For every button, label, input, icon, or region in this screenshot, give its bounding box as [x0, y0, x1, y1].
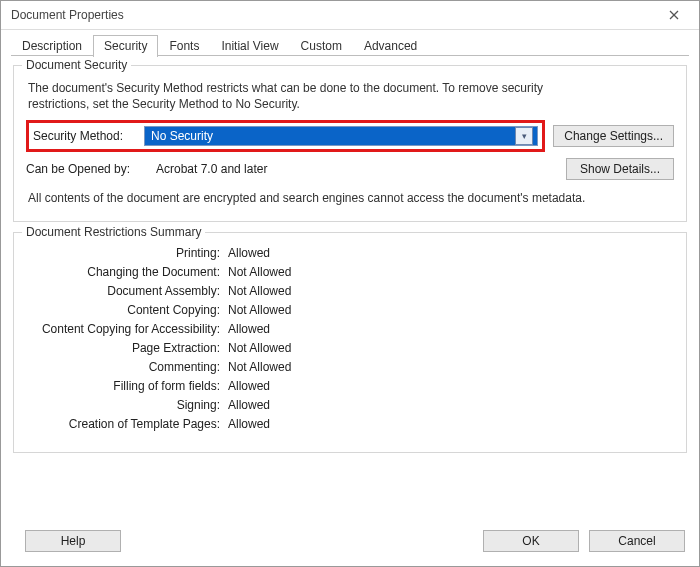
tabstrip: Description Security Fonts Initial View …	[1, 30, 699, 56]
restriction-key: Changing the Document:	[26, 265, 228, 279]
window-title: Document Properties	[11, 8, 657, 22]
chevron-down-icon: ▾	[515, 127, 533, 145]
restriction-value: Allowed	[228, 322, 270, 336]
close-icon	[669, 10, 679, 20]
restriction-value: Allowed	[228, 246, 270, 260]
restriction-row: Page Extraction: Not Allowed	[26, 341, 674, 355]
restriction-value: Not Allowed	[228, 265, 291, 279]
restriction-row: Changing the Document: Not Allowed	[26, 265, 674, 279]
restriction-key: Document Assembly:	[26, 284, 228, 298]
restriction-row: Document Assembly: Not Allowed	[26, 284, 674, 298]
restriction-value: Not Allowed	[228, 341, 291, 355]
security-method-highlight: Security Method: No Security ▾	[26, 120, 545, 152]
cancel-button[interactable]: Cancel	[589, 530, 685, 552]
restriction-key: Content Copying:	[26, 303, 228, 317]
restriction-key: Creation of Template Pages:	[26, 417, 228, 431]
titlebar: Document Properties	[1, 1, 699, 30]
security-method-label: Security Method:	[33, 129, 144, 143]
ok-button[interactable]: OK	[483, 530, 579, 552]
restriction-row: Printing: Allowed	[26, 246, 674, 260]
show-details-button[interactable]: Show Details...	[566, 158, 674, 180]
document-security-title: Document Security	[22, 58, 131, 72]
opened-by-row: Can be Opened by: Acrobat 7.0 and later …	[26, 158, 674, 180]
restriction-key: Printing:	[26, 246, 228, 260]
tab-initial-view[interactable]: Initial View	[210, 35, 289, 57]
dialog-footer: Help OK Cancel	[1, 520, 699, 566]
change-settings-button[interactable]: Change Settings...	[553, 125, 674, 147]
restrictions-summary-group: Document Restrictions Summary Printing: …	[13, 232, 687, 453]
encryption-note: All contents of the document are encrypt…	[26, 186, 590, 209]
restriction-row: Content Copying for Accessibility: Allow…	[26, 322, 674, 336]
restriction-value: Allowed	[228, 398, 270, 412]
restriction-row: Commenting: Not Allowed	[26, 360, 674, 374]
tab-advanced[interactable]: Advanced	[353, 35, 428, 57]
security-method-value: No Security	[151, 129, 515, 143]
restriction-key: Signing:	[26, 398, 228, 412]
document-properties-dialog: Document Properties Description Security…	[0, 0, 700, 567]
tab-custom[interactable]: Custom	[290, 35, 353, 57]
document-security-group: Document Security The document's Securit…	[13, 65, 687, 222]
restriction-row: Filling of form fields: Allowed	[26, 379, 674, 393]
tab-description[interactable]: Description	[11, 35, 93, 57]
restriction-key: Commenting:	[26, 360, 228, 374]
restriction-key: Content Copying for Accessibility:	[26, 322, 228, 336]
restriction-key: Filling of form fields:	[26, 379, 228, 393]
opened-by-label: Can be Opened by:	[26, 162, 152, 176]
restriction-row: Signing: Allowed	[26, 398, 674, 412]
security-method-select[interactable]: No Security ▾	[144, 126, 538, 146]
restrictions-summary-title: Document Restrictions Summary	[22, 225, 205, 239]
restriction-value: Allowed	[228, 379, 270, 393]
tab-fonts[interactable]: Fonts	[158, 35, 210, 57]
restriction-key: Page Extraction:	[26, 341, 228, 355]
security-description: The document's Security Method restricts…	[26, 74, 590, 120]
tab-security[interactable]: Security	[93, 35, 158, 57]
security-method-row: Security Method: No Security ▾ Change Se…	[26, 120, 674, 152]
dialog-body: Document Security The document's Securit…	[1, 57, 699, 520]
restriction-value: Not Allowed	[228, 303, 291, 317]
close-button[interactable]	[657, 4, 691, 26]
restriction-row: Content Copying: Not Allowed	[26, 303, 674, 317]
opened-by-value: Acrobat 7.0 and later	[152, 162, 566, 176]
restriction-row: Creation of Template Pages: Allowed	[26, 417, 674, 431]
restriction-value: Not Allowed	[228, 284, 291, 298]
restriction-value: Allowed	[228, 417, 270, 431]
restriction-value: Not Allowed	[228, 360, 291, 374]
help-button[interactable]: Help	[25, 530, 121, 552]
